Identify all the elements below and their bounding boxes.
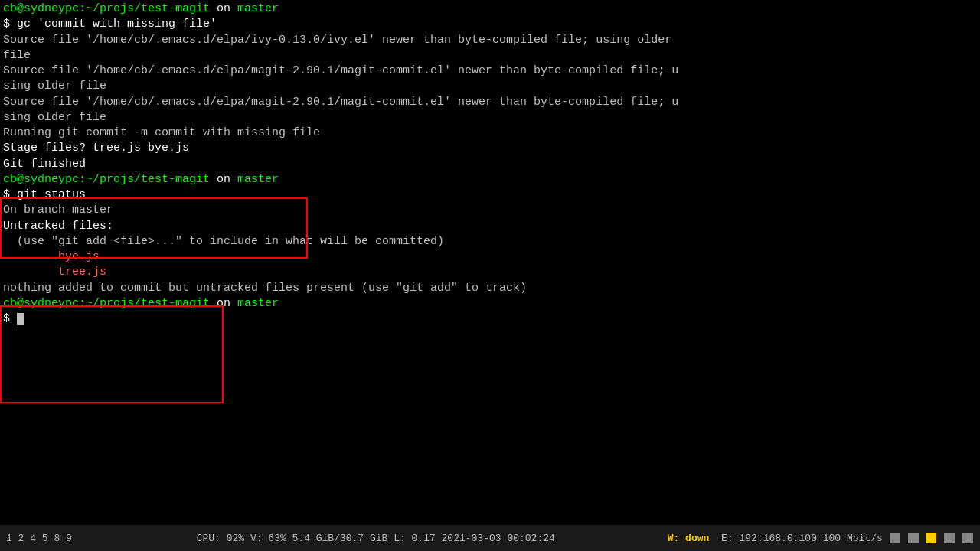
terminal-text: master — [237, 297, 279, 310]
terminal-text: @sydneypc: — [17, 2, 86, 15]
terminal-text: ~/projs/test-magit — [86, 297, 210, 310]
terminal-text: tree.js — [58, 266, 106, 279]
terminal-text: $ gc 'commit with missing file' — [3, 18, 217, 31]
terminal-line: sing older file — [3, 110, 977, 126]
terminal-line: Git finished — [3, 157, 977, 172]
terminal-line: $ git status — [3, 187, 977, 203]
terminal-line: (use "git add <file>..." to include in w… — [3, 234, 977, 249]
terminal-line: Source file '/home/cb/.emacs.d/elpa/ivy-… — [3, 33, 977, 48]
terminal-text: Git finished — [3, 158, 86, 171]
terminal-line: Source file '/home/cb/.emacs.d/elpa/magi… — [3, 64, 977, 79]
terminal-text: @sydneypc: — [17, 173, 86, 186]
terminal-line: sing older file — [3, 79, 977, 94]
terminal-line: bye.js — [3, 249, 977, 265]
terminal-text: on — [210, 297, 237, 310]
terminal-text: on — [210, 173, 237, 186]
terminal-text: Source file '/home/cb/.emacs.d/elpa/ivy-… — [3, 34, 671, 47]
terminal-text: $ git status — [3, 188, 86, 201]
terminal-text: cb — [3, 297, 17, 310]
statusbar-sep1 — [712, 533, 718, 544]
terminal-text: on — [210, 2, 237, 15]
terminal-text: @sydneypc: — [17, 297, 86, 310]
terminal-text: $ — [3, 312, 17, 325]
terminal-text: sing older file — [3, 111, 106, 124]
terminal-cursor — [17, 313, 24, 325]
terminal-line: nothing added to commit but untracked fi… — [3, 281, 977, 296]
terminal-line: On branch master — [3, 203, 977, 218]
statusbar-center: CPU: 02% V: 63% 5.4 GiB/30.7 GiB L: 0.17… — [84, 533, 668, 544]
terminal-line: Running git commit -m commit with missin… — [3, 126, 977, 141]
statusbar: 1 2 4 5 8 9 CPU: 02% V: 63% 5.4 GiB/30.7… — [0, 525, 980, 551]
terminal-line: $ — [3, 311, 977, 327]
terminal: cb@sydneypc:~/projs/test-magit on master… — [0, 0, 980, 525]
tray-icon-3 — [926, 533, 936, 543]
terminal-line: Stage files? tree.js bye.js — [3, 141, 977, 156]
terminal-line: $ gc 'commit with missing file' — [3, 17, 977, 32]
statusbar-workspaces: 1 2 4 5 8 9 — [6, 533, 72, 544]
terminal-text: file — [3, 49, 31, 62]
tray-icon-5 — [962, 533, 973, 543]
terminal-text: Source file '/home/cb/.emacs.d/elpa/magi… — [3, 96, 678, 109]
terminal-text: Untracked files: — [3, 220, 113, 233]
statusbar-warning: W: down — [668, 533, 710, 544]
terminal-line: tree.js — [3, 265, 977, 280]
terminal-text: On branch master — [3, 204, 113, 217]
terminal-text — [3, 266, 58, 279]
terminal-text: ~/projs/test-magit — [86, 173, 210, 186]
terminal-text: ~/projs/test-magit — [86, 2, 210, 15]
tray-area — [889, 533, 974, 544]
terminal-text: Source file '/home/cb/.emacs.d/elpa/magi… — [3, 64, 678, 77]
terminal-text: cb — [3, 173, 17, 186]
terminal-text: Stage files? tree.js bye.js — [3, 142, 189, 155]
terminal-line: cb@sydneypc:~/projs/test-magit on master — [3, 296, 977, 311]
terminal-line: cb@sydneypc:~/projs/test-magit on master — [3, 2, 977, 17]
tray-icon-1 — [890, 533, 900, 543]
tray-icon-2 — [908, 533, 919, 543]
tray-icon-4 — [944, 533, 955, 543]
terminal-line: file — [3, 48, 977, 64]
terminal-text: (use "git add <file>..." to include in w… — [3, 235, 444, 248]
terminal-line: Source file '/home/cb/.emacs.d/elpa/magi… — [3, 95, 977, 110]
terminal-text: nothing added to commit but untracked fi… — [3, 282, 527, 295]
terminal-line: Untracked files: — [3, 219, 977, 234]
terminal-line: cb@sydneypc:~/projs/test-magit on master — [3, 172, 977, 187]
terminal-text — [3, 250, 58, 263]
terminal-text: master — [237, 173, 279, 186]
terminal-text: master — [237, 2, 279, 15]
terminal-text: Running git commit -m commit with missin… — [3, 126, 320, 139]
terminal-text: bye.js — [58, 250, 100, 263]
terminal-text: sing older file — [3, 80, 106, 93]
terminal-text: cb — [3, 2, 17, 15]
statusbar-ethernet: E: 192.168.0.100 100 Mbit/s — [721, 533, 883, 544]
